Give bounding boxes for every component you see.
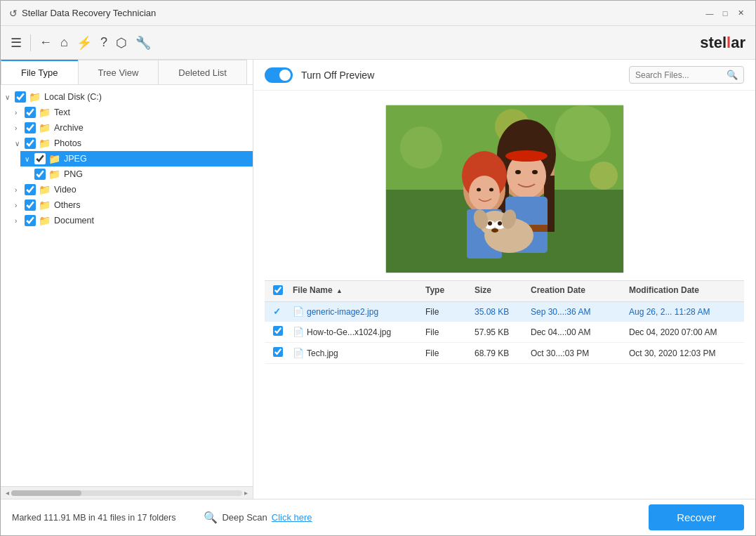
row-creation-date: Sep 30...:36 AM xyxy=(528,306,626,318)
checkbox-video[interactable] xyxy=(25,184,36,195)
tree-label-video: Video xyxy=(54,185,77,195)
help-icon[interactable]: ? xyxy=(100,35,107,50)
file-row[interactable]: 📄 Tech.jpg File 68.79 KB Oct 30...:03 PM… xyxy=(265,343,744,364)
row-size: 35.08 KB xyxy=(472,306,528,318)
row-type: File xyxy=(423,326,472,339)
tree-item-text[interactable]: › 📁 Text xyxy=(11,105,253,120)
preview-label: Turn Off Preview xyxy=(301,70,374,81)
tab-tree-view[interactable]: Tree View xyxy=(78,60,159,84)
tabs: File Type Tree View Deleted List xyxy=(1,60,253,85)
status-text: Marked 111.91 MB in 41 files in 17 folde… xyxy=(12,513,175,523)
header-filename: File Name ▲ xyxy=(290,284,423,299)
select-all-checkbox[interactable] xyxy=(273,285,283,295)
tab-file-type[interactable]: File Type xyxy=(1,60,79,84)
checkbox-others[interactable] xyxy=(25,200,36,211)
toggle-slider xyxy=(265,67,293,83)
maximize-button[interactable]: □ xyxy=(719,7,731,20)
file-row[interactable]: ✓ 📄 generic-image2.jpg File 35.08 KB Sep… xyxy=(265,302,744,322)
row-filename: 📄 How-to-Ge...x1024.jpg xyxy=(290,325,423,339)
recover-button[interactable]: Recover xyxy=(649,504,744,530)
header-checkbox-col xyxy=(270,284,290,299)
folder-icon: 📁 xyxy=(29,91,41,103)
tree-item-others[interactable]: › 📁 Others xyxy=(11,197,253,213)
deep-scan-icon: 🔍 xyxy=(204,511,218,524)
search-box[interactable]: 🔍 xyxy=(629,66,744,84)
row-modification-date: Oct 30, 2020 12:03 PM xyxy=(626,347,738,360)
main-content: File Type Tree View Deleted List ∨ xyxy=(1,60,755,499)
scan-icon[interactable]: ⚡ xyxy=(77,35,92,51)
row-checkbox[interactable] xyxy=(270,325,290,339)
scroll-left-arrow[interactable]: ◂ xyxy=(4,489,11,497)
tree-item-jpeg[interactable]: ∨ 📁 JPEG xyxy=(20,151,253,166)
checkbox-local-disk[interactable] xyxy=(15,91,26,103)
titlebar-left: ↺ Stellar Data Recovery Technician xyxy=(9,8,156,19)
row-checkbox[interactable] xyxy=(270,346,290,360)
tree-item-local-disk[interactable]: ∨ 📁 Local Disk (C:) xyxy=(1,89,253,105)
toolbar-divider xyxy=(30,34,31,51)
header-creation-date: Creation Date xyxy=(528,284,626,299)
scrollbar-track[interactable] xyxy=(11,490,242,496)
expand-arrow: › xyxy=(15,202,25,209)
tree-item-photos[interactable]: ∨ 📁 Photos xyxy=(11,136,253,151)
deep-scan-link[interactable]: Click here xyxy=(272,512,312,523)
svg-point-12 xyxy=(505,150,548,162)
checkbox-photos[interactable] xyxy=(25,138,36,149)
file-icon: 📄 xyxy=(293,306,304,317)
preview-toggle[interactable] xyxy=(265,67,293,83)
row-creation-date: Oct 30...:03 PM xyxy=(528,347,626,360)
checkbox-png[interactable] xyxy=(34,169,46,180)
checkbox-text[interactable] xyxy=(25,107,36,118)
file-icon: 📄 xyxy=(293,327,304,337)
preview-photo-svg xyxy=(386,105,624,273)
home-icon[interactable]: ⌂ xyxy=(60,35,68,50)
tree-item-video[interactable]: › 📁 Video xyxy=(11,182,253,197)
preview-header: Turn Off Preview 🔍 xyxy=(253,60,755,91)
file-row[interactable]: 📄 How-to-Ge...x1024.jpg File 57.95 KB De… xyxy=(265,322,744,343)
svg-point-6 xyxy=(590,162,618,190)
expand-arrow: › xyxy=(15,217,25,225)
tree-label-photos: Photos xyxy=(54,138,81,148)
row-filename: 📄 Tech.jpg xyxy=(290,346,423,360)
folder-icon: 📁 xyxy=(39,138,51,149)
tools-icon[interactable]: 🔧 xyxy=(135,35,151,51)
minimize-button[interactable]: — xyxy=(703,7,716,20)
close-button[interactable]: ✕ xyxy=(734,7,747,20)
preview-image-container xyxy=(265,98,744,280)
svg-point-27 xyxy=(488,221,492,225)
expand-arrow: › xyxy=(15,124,25,132)
expand-arrow: › xyxy=(15,186,25,194)
expand-arrow: ∨ xyxy=(25,155,34,163)
tree-item-document[interactable]: › 📁 Document xyxy=(11,213,253,228)
expand-arrow: ∨ xyxy=(5,93,15,101)
expand-arrow: ∨ xyxy=(15,140,25,148)
folder-icon: 📁 xyxy=(39,184,51,195)
menu-icon[interactable]: ☰ xyxy=(11,35,22,51)
file-tree: ∨ 📁 Local Disk (C:) › 📁 Text › xyxy=(1,85,253,486)
horizontal-scrollbar[interactable]: ◂ ▸ xyxy=(1,486,253,499)
scroll-right-arrow[interactable]: ▸ xyxy=(242,489,250,497)
back-icon[interactable]: ← xyxy=(39,35,52,50)
expand-arrow: › xyxy=(15,109,25,117)
svg-point-29 xyxy=(491,228,498,233)
tree-item-archive[interactable]: › 📁 Archive xyxy=(11,120,253,136)
scrollbar-thumb[interactable] xyxy=(11,490,81,496)
cart-icon[interactable]: ⬡ xyxy=(116,35,127,51)
folder-icon: 📁 xyxy=(39,200,51,211)
checkbox-archive[interactable] xyxy=(25,122,36,133)
row-modification-date: Aug 26, 2... 11:28 AM xyxy=(626,306,738,318)
row-type: File xyxy=(423,306,472,318)
tree-label-local-disk: Local Disk (C:) xyxy=(44,92,102,102)
checkbox-document[interactable] xyxy=(25,215,36,226)
row-size: 68.79 KB xyxy=(472,347,528,360)
tree-label-document: Document xyxy=(54,216,94,225)
svg-point-28 xyxy=(498,221,502,225)
search-input[interactable] xyxy=(635,70,727,80)
tab-deleted-list[interactable]: Deleted List xyxy=(158,60,247,84)
tree-item-png[interactable]: 📁 PNG xyxy=(20,166,253,182)
svg-point-20 xyxy=(477,188,481,192)
header-type: Type xyxy=(423,284,472,299)
row-checkbox[interactable]: ✓ xyxy=(270,305,290,318)
row-size: 57.95 KB xyxy=(472,326,528,339)
checkbox-jpeg[interactable] xyxy=(34,153,46,164)
left-panel: File Type Tree View Deleted List ∨ xyxy=(1,60,253,499)
